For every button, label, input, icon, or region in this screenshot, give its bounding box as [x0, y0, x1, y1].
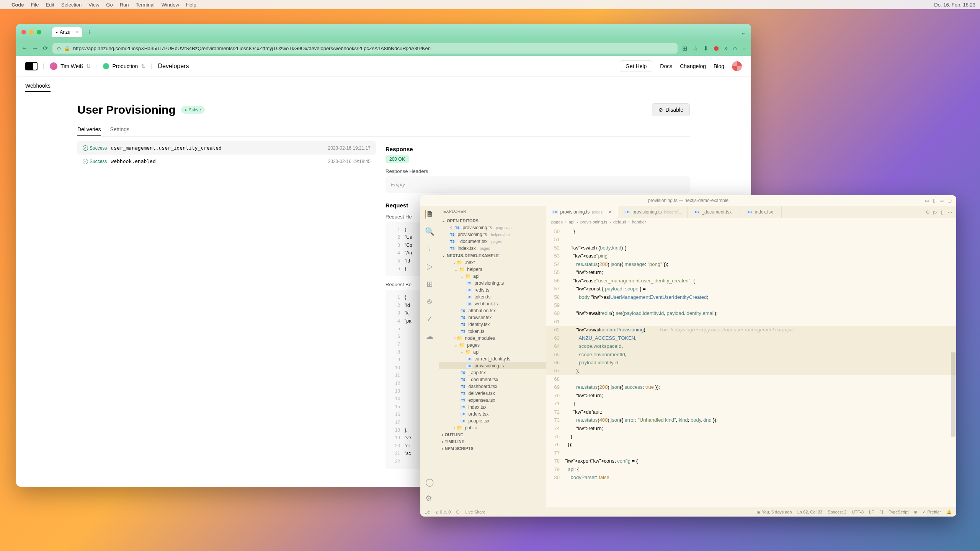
menu-selection[interactable]: Selection — [61, 2, 82, 8]
tree-item[interactable]: TS deliveries.tsx — [439, 390, 546, 397]
adblock-icon[interactable]: ⬢ — [714, 45, 719, 52]
menu-go[interactable]: Go — [106, 2, 113, 8]
tree-item[interactable]: ⌄ 📁 helpers — [439, 266, 546, 273]
project-section[interactable]: ⌄NEXTJS-DEMO-EXAMPLE — [439, 252, 546, 259]
panel-icon[interactable]: ▯ — [933, 198, 936, 203]
code-line[interactable]: 56 "kw">case "user_management.user_ident… — [546, 277, 956, 285]
remote-icon[interactable]: ⎋ — [427, 297, 432, 306]
download-icon[interactable]: ⬇ — [703, 45, 708, 52]
code-line[interactable]: 69 res.status(200).json({ success: true … — [546, 383, 956, 391]
link-docs[interactable]: Docs — [660, 63, 672, 69]
close-icon[interactable]: × — [609, 209, 612, 215]
tab-deliveries[interactable]: Deliveries — [77, 123, 101, 136]
forward-button[interactable]: → — [32, 45, 38, 52]
open-editor-item[interactable]: × TS provisioning.ts pages/api — [439, 224, 546, 231]
split-icon[interactable]: ▯ — [941, 209, 944, 215]
code-line[interactable]: 57 "kw">const { payload, scope } = — [546, 285, 956, 293]
cloud-icon[interactable]: ☁ — [426, 332, 433, 341]
code-line[interactable]: 67 ); — [546, 367, 956, 375]
get-help-button[interactable]: Get Help — [620, 60, 652, 72]
disable-button[interactable]: ⊘ Disable — [652, 103, 690, 116]
feedback-icon[interactable]: ⊕ — [914, 510, 917, 515]
bell-icon[interactable]: 🔔 — [946, 510, 952, 515]
code-line[interactable]: 51 — [546, 235, 956, 243]
tree-item[interactable]: ⌄ 📁 pages — [439, 342, 546, 349]
editor-tab[interactable]: TS _document.tsx — [688, 206, 741, 218]
tree-item[interactable]: ⌄ 📁 api — [439, 349, 546, 355]
menubar-clock[interactable]: Do. 16. Feb. 18:23 — [934, 2, 975, 8]
code-line[interactable]: 54 res.status(200).json({ message: "pong… — [546, 260, 956, 268]
tree-item[interactable]: TS index.tsx — [439, 404, 546, 411]
panel-icon[interactable]: ▭ — [925, 198, 929, 203]
open-editor-item[interactable]: TS _document.tsx pages — [439, 238, 546, 245]
tree-item[interactable]: TS expenses.tsx — [439, 397, 546, 404]
webhooks-tab[interactable]: Webhooks — [25, 80, 51, 92]
branch-icon[interactable]: ⎇ — [425, 510, 430, 515]
breadcrumb[interactable]: pages › api › provisioning.ts › default … — [546, 218, 956, 226]
open-editors-section[interactable]: ⌄OPEN EDITORS — [439, 217, 546, 224]
code-line[interactable]: 72 "kw">default: — [546, 408, 956, 416]
encoding[interactable]: UTF-8 — [852, 510, 864, 514]
tree-item[interactable]: › 📁 .next — [439, 259, 546, 266]
code-line[interactable]: 66 payload.identity.id — [546, 359, 956, 367]
editor-tab[interactable]: TS index.tsx — [740, 206, 782, 218]
editor-tab[interactable]: TS provisioning.ts helpers/... — [618, 206, 688, 218]
live-share[interactable]: Live Share — [465, 510, 485, 514]
diff-icon[interactable]: ⟲ — [925, 209, 929, 215]
code-line[interactable]: 80 bodyParser: false, — [546, 473, 956, 481]
gear-icon[interactable]: ⚙ — [425, 494, 434, 503]
code-editor[interactable]: 50 }5152 "kw">switch (body.kind) {53 "kw… — [546, 226, 956, 507]
back-button[interactable]: ← — [21, 45, 28, 52]
spaces[interactable]: Spaces: 2 — [828, 510, 846, 514]
editor-tab[interactable]: TS provisioning.ts pages/... × — [546, 206, 618, 218]
panel-icon[interactable]: ▢ — [947, 198, 952, 203]
link-blog[interactable]: Blog — [714, 63, 724, 69]
more-icon[interactable]: ⋯ — [537, 209, 541, 214]
search-icon[interactable]: 🔍 — [425, 227, 434, 236]
tree-item[interactable]: TS webhook.ts — [439, 300, 546, 307]
code-line[interactable]: 73 res.status(400).json({ error: "Unhand… — [546, 416, 956, 424]
more-icon[interactable]: ⋯ — [947, 209, 952, 215]
blame-status[interactable]: ◉ You, 5 days ago — [757, 510, 792, 515]
code-line[interactable]: 64 scope.workspaceId, — [546, 342, 956, 350]
code-line[interactable]: 60 "kw">await redis().set(payload.identi… — [546, 309, 956, 317]
cursor-pos[interactable]: Ln 62, Col 33 — [797, 510, 822, 514]
menu-file[interactable]: File — [31, 2, 39, 8]
tree-item[interactable]: TS attribution.tsx — [439, 307, 546, 314]
account-icon[interactable]: ◯ — [425, 478, 434, 487]
grid-icon[interactable]: ⊞ — [682, 45, 687, 52]
menu-help[interactable]: Help — [186, 2, 196, 8]
tree-item[interactable]: › 📁 node_modules — [439, 335, 546, 342]
tabs-dropdown-icon[interactable]: ⌄ — [741, 29, 746, 36]
code-line[interactable]: 53 "kw">case "ping": — [546, 252, 956, 260]
new-tab-button[interactable]: + — [87, 28, 91, 36]
menu-run[interactable]: Run — [120, 2, 129, 8]
hamburger-icon[interactable]: ≡ — [742, 45, 746, 52]
testing-icon[interactable]: ✓ — [426, 314, 433, 323]
tree-item[interactable]: TS redis.ts — [439, 287, 546, 293]
tree-item[interactable]: › 📁 public — [439, 424, 546, 431]
code-line[interactable]: 74 "kw">return; — [546, 424, 956, 432]
code-line[interactable]: 68 — [546, 375, 956, 383]
tree-item[interactable]: TS provisioning.ts — [439, 362, 546, 369]
tab-close-icon[interactable]: × — [76, 29, 79, 35]
user-selector[interactable]: Tim Weiß ⇅ — [50, 62, 91, 70]
code-line[interactable]: 50 } — [546, 227, 956, 235]
delivery-row[interactable]: Success webhook.enabled 2023-02-16 19:18… — [77, 155, 376, 168]
tree-item[interactable]: TS token.ts — [439, 328, 546, 335]
tree-item[interactable]: TS current_identity.ts — [439, 355, 546, 362]
app-name[interactable]: Code — [11, 2, 24, 8]
code-line[interactable]: 79 api: { — [546, 465, 956, 473]
extensions-icon[interactable]: ⊞ — [426, 279, 433, 289]
npm-section[interactable]: ›NPM SCRIPTS — [439, 445, 546, 452]
menu-view[interactable]: View — [88, 2, 99, 8]
code-line[interactable]: 59 — [546, 301, 956, 309]
tree-item[interactable]: TS orders.tsx — [439, 411, 546, 417]
extensions-icon[interactable]: » — [724, 45, 728, 52]
code-line[interactable]: 52 "kw">switch (body.kind) { — [546, 244, 956, 252]
delivery-row[interactable]: Success user_management.user_identity_cr… — [77, 141, 376, 155]
source-control-icon[interactable]: ⑂ — [427, 245, 432, 253]
open-editor-item[interactable]: TS index.tsx pages — [439, 245, 546, 252]
code-line[interactable]: 65 scope.environmentId, — [546, 350, 956, 359]
code-line[interactable]: 55 "kw">return; — [546, 268, 956, 276]
